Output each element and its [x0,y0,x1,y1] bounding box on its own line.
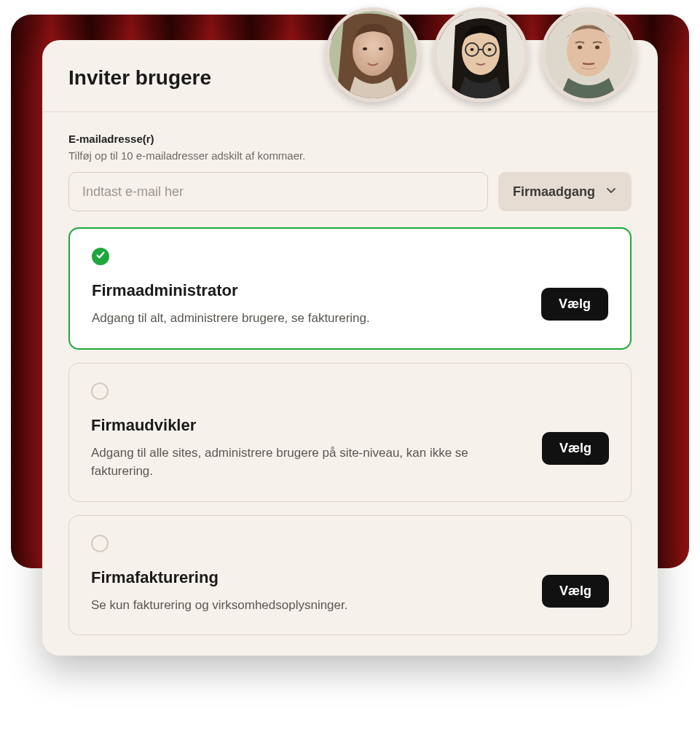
role-description: Se kun fakturering og virksomhedsoplysni… [91,596,470,615]
roles-list: Firmaadministrator Adgang til alt, admin… [42,211,658,635]
radio-unchecked[interactable] [91,382,109,400]
role-card-billing[interactable]: Firmafakturering Se kun fakturering og v… [68,515,632,636]
svg-point-2 [363,47,367,50]
svg-point-3 [379,47,383,50]
check-icon [95,250,106,263]
role-title: Firmaadministrator [92,281,527,300]
svg-point-9 [471,48,474,51]
input-row: Firmaadgang [68,172,632,211]
svg-point-13 [578,46,582,50]
role-description: Adgang til alle sites, administrere brug… [91,444,470,481]
email-label: E-mailadresse(r) [68,133,632,145]
avatar-row [326,7,636,102]
avatar [541,7,636,102]
role-card-developer[interactable]: Firmaudvikler Adgang til alle sites, adm… [68,363,632,502]
access-dropdown[interactable]: Firmaadgang [498,172,632,211]
select-button[interactable]: Vælg [541,288,608,321]
dropdown-label: Firmaadgang [513,184,595,200]
radio-unchecked[interactable] [91,535,109,552]
avatar [433,7,528,102]
chevron-down-icon [605,184,617,200]
role-title: Firmafakturering [91,568,527,587]
radio-checked[interactable] [92,248,109,265]
email-input[interactable] [68,172,488,211]
svg-point-14 [595,46,599,50]
email-section: E-mailadresse(r) Tilføj op til 10 e-mail… [42,112,658,211]
avatar [326,7,420,102]
role-card-admin[interactable]: Firmaadministrator Adgang til alt, admin… [68,227,632,350]
svg-point-10 [488,48,492,51]
select-button[interactable]: Vælg [542,432,609,465]
role-description: Adgang til alt, administrere brugere, se… [92,309,471,328]
select-button[interactable]: Vælg [542,575,609,608]
role-title: Firmaudvikler [91,416,527,435]
invite-users-card: Inviter brugere E-mailadresse(r) Tilføj … [42,40,658,656]
email-hint: Tilføj op til 10 e-mailadresser adskilt … [68,149,632,162]
